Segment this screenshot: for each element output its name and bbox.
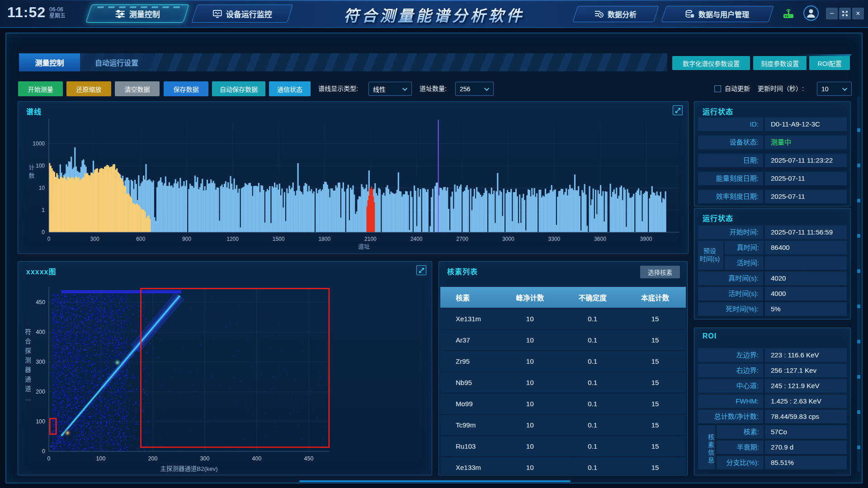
svg-text:3300: 3300 [548,236,561,242]
svg-text:1800: 1800 [318,236,330,242]
field-value: D0-11-A9-12-3C [765,117,847,131]
reset-zoom-button[interactable]: 还原缩放 [66,81,111,96]
nav-label: 测量控制 [129,8,160,19]
field-value: 270.9 d [765,441,847,454]
table-header: 核素 峰净计数 不确定度 本底计数 [440,287,686,308]
app-title: 符合测量能谱分析软件 [344,4,524,26]
channel-count-label: 道址数量: [420,81,447,96]
table-row[interactable]: Ru103100.115 [440,436,686,456]
panel-title: 谱线 [26,106,42,117]
app-window: 11:52 06-06 星期五 测量控制 [0,0,868,488]
svg-text:1500: 1500 [273,236,285,242]
roi-panel: ROI 左边界:223 : 116.6 KeV 右边界:256 :127.1 K… [694,328,851,475]
nav-data-user-management[interactable]: 数据与用户管理 [661,6,774,22]
svg-text:300: 300 [90,236,99,242]
auto-update-checkbox[interactable] [714,85,721,92]
minimize-button[interactable]: − [826,8,838,19]
svg-text:道址: 道址 [358,243,370,250]
field-label: 活时间: [725,256,764,270]
svg-text:3600: 3600 [594,236,606,242]
expand-icon[interactable] [416,265,426,275]
expand-arrows-icon [842,10,848,17]
auto-save-button[interactable]: 自动保存数据 [212,81,265,96]
bottom-frame-decoration [299,480,571,482]
field-value: 2025-07-11 11:23:22 [765,154,847,167]
comm-status-button[interactable]: 通信状态 [269,81,311,96]
field-label: 中心道: [698,379,763,393]
column-header: 本底计数 [624,292,686,302]
table-row[interactable]: Nb95100.115 [440,372,686,393]
field-label: 活时间(s): [698,287,763,300]
svg-text:2700: 2700 [456,236,468,242]
tab-measure-control[interactable]: 测量控制 [19,53,80,71]
svg-text:600: 600 [136,236,145,242]
field-label: 死时间(%): [698,302,763,316]
coincidence-chart[interactable] [18,262,433,476]
field-value: 2025-07-11 [765,172,847,185]
table-row[interactable]: Xe131m100.115 [440,309,686,329]
field-label: 能量刻度日期: [698,172,763,185]
roi-config-button[interactable]: ROI配置 [809,56,850,70]
field-label: 真时间(s): [698,272,763,285]
field-value: 4020 [765,272,847,285]
person-icon [804,6,818,20]
nav-label: 数据分析 [608,9,637,19]
field-label: 效率刻度日期: [698,190,763,203]
update-interval-label: 更新时间（秒）: [758,81,804,96]
calibration-params-button[interactable]: 刻度参数设置 [753,56,807,70]
svg-text:900: 900 [182,236,191,242]
field-label: 开始时间: [698,225,763,239]
close-button[interactable]: × [852,8,864,19]
analysis-clock-icon [594,10,604,18]
user-avatar[interactable] [803,5,819,21]
panel-title: xxxxx图 [26,266,57,277]
expand-icon[interactable] [673,105,683,115]
table-row[interactable]: Tc99m100.115 [440,415,686,435]
column-header: 峰净计数 [499,292,561,302]
field-label: 日期: [698,154,763,167]
nav-measure-control[interactable]: 测量控制 [86,5,189,23]
nav-label: 数据与用户管理 [698,9,749,19]
table-row[interactable]: Xe133m100.115 [440,457,686,474]
tab-strip: 测量控制 自动运行设置 [19,53,667,71]
field-label: 半衰期: [717,441,764,454]
field-value [765,256,847,270]
select-nuclide-button[interactable]: 选择核素 [640,266,680,278]
clear-data-button[interactable]: 清空数据 [115,81,160,96]
nav-device-monitor[interactable]: 设备运行监控 [192,5,293,23]
field-label: 左边界: [698,348,763,362]
field-value: 1.425 : 2.63 KeV [765,394,847,408]
table-row[interactable]: Mo99100.115 [440,394,686,414]
field-value: 256 :127.1 Kev [765,364,847,377]
database-gear-icon [685,10,694,18]
field-label: 分支比(%): [717,456,764,469]
right-frame-decoration [857,97,860,472]
digitizer-params-button[interactable]: 数字化谱仪参数设置 [672,56,750,70]
field-label: 右边界: [698,364,763,377]
table-row[interactable]: Zr95100.115 [440,351,686,371]
nav-data-analysis[interactable]: 数据分析 [572,6,659,22]
nuclide-info-label: 核素信息 [698,425,715,469]
header-bar: 11:52 06-06 星期五 测量控制 [0,0,868,28]
start-measure-button[interactable]: 开始测量 [18,81,63,96]
display-type-select[interactable]: 线性 [368,82,412,96]
maximize-button[interactable] [839,8,851,19]
svg-text:2400: 2400 [410,236,423,242]
svg-text:0: 0 [47,236,51,242]
table-row[interactable]: Ar37100.115 [440,330,686,350]
svg-text:100: 100 [36,163,45,169]
network-device-icon[interactable] [782,7,795,20]
svg-text:1: 1 [42,207,45,213]
run-status-panel-1: 运行状态 ID:D0-11-A9-12-3C 设备状态:测量中 日期:2025-… [694,101,851,206]
spectrum-chart[interactable]: 0300600900120015001800210024002700300033… [18,102,689,254]
column-header: 核素 [440,292,499,302]
column-header: 不确定度 [561,292,624,302]
field-value: 245 : 121.9 KeV [765,379,847,393]
update-interval-select[interactable]: 10 [817,82,852,96]
field-label: FWHM: [698,394,763,408]
chevron-down-icon [842,85,847,90]
save-data-button[interactable]: 保存数据 [164,81,208,96]
channel-count-select[interactable]: 256 [455,82,494,96]
tab-auto-run-settings[interactable]: 自动运行设置 [80,53,153,71]
field-value: 2025-07-11 11:56:59 [765,225,847,239]
